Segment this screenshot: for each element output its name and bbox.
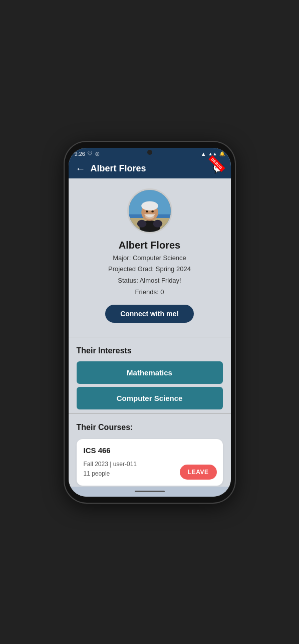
wifi-icon: ▲	[201, 151, 206, 157]
svg-point-6	[141, 201, 158, 210]
avatar	[127, 188, 172, 234]
circle-icon: ◎	[95, 151, 100, 156]
svg-point-7	[146, 210, 148, 212]
back-button[interactable]: ←	[76, 163, 86, 174]
shield-icon: 🛡	[88, 151, 93, 156]
bottom-indicator	[135, 491, 165, 492]
interests-label: Their Interests	[69, 341, 231, 358]
profile-status: Status: Almost Friday!	[118, 276, 181, 286]
courses-divider	[69, 413, 231, 414]
interest-mathematics[interactable]: Mathematics	[77, 361, 223, 384]
courses-section: Their Courses: ICS 466 Fall 2023 | user-…	[69, 418, 231, 487]
status-time: 9:26	[75, 151, 85, 157]
svg-point-10	[137, 220, 146, 227]
svg-point-11	[153, 220, 162, 227]
profile-divider	[69, 337, 231, 337]
course-code-1: ICS 466	[84, 446, 216, 455]
profile-section: Albert Flores Major: Computer Science Pr…	[69, 178, 231, 333]
courses-label: Their Courses:	[69, 418, 231, 435]
course-card-ics466: ICS 466 Fall 2023 | user-011 11 people L…	[77, 439, 223, 486]
profile-name: Albert Flores	[119, 240, 180, 251]
svg-point-8	[151, 210, 154, 212]
bottom-bar	[69, 487, 231, 497]
battery-icon: 🔔	[219, 151, 225, 156]
interest-cs[interactable]: Computer Science	[77, 387, 223, 409]
profile-friends: Friends: 0	[135, 287, 164, 298]
top-bar: ← Albert Flores 💬 DEBUG	[69, 159, 231, 178]
leave-button-1[interactable]: LEAVE	[180, 465, 217, 480]
profile-major: Major: Computer Science	[113, 253, 186, 264]
content-scroll: Albert Flores Major: Computer Science Pr…	[69, 178, 231, 487]
connect-button[interactable]: Connect with me!	[105, 305, 194, 323]
page-title: Albert Flores	[91, 163, 213, 174]
interests-section: Their Interests Mathematics Computer Sci…	[69, 341, 231, 409]
profile-grad: Projected Grad: Spring 2024	[108, 264, 191, 275]
